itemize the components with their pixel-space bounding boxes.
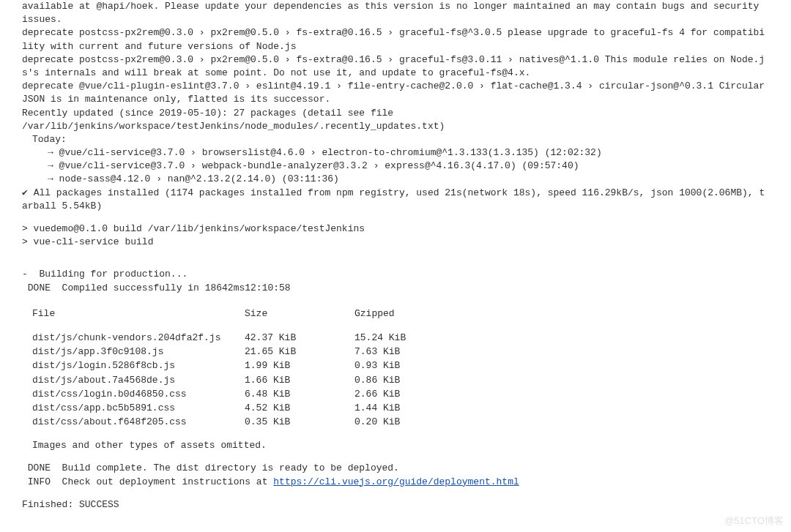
npm-script-line: > vue-cli-service build	[22, 236, 769, 249]
file-cell: dist/css/login.b0d46850.css	[32, 388, 245, 402]
gzip-cell: 0.86 KiB	[354, 374, 413, 388]
blank-line	[22, 249, 769, 258]
building-line: - Building for production...	[22, 268, 769, 281]
col-file-header: File	[32, 307, 245, 321]
today-label: Today:	[22, 133, 769, 146]
deprecate-line: available at @hapi/hoek. Please update y…	[22, 0, 769, 26]
size-cell: 4.52 KiB	[245, 402, 354, 416]
table-row: dist/js/login.5286f8cb.js 1.99 KiB 0.93 …	[32, 359, 413, 373]
size-cell: 1.66 KiB	[245, 374, 354, 388]
deprecate-line: deprecate @vue/cli-plugin-eslint@3.7.0 ›…	[22, 80, 769, 106]
info-deploy-prefix: INFO Check out deployment instructions a…	[22, 476, 273, 487]
info-deploy-line: INFO Check out deployment instructions a…	[22, 476, 769, 489]
table-row: dist/js/about.7a4568de.js 1.66 KiB 0.86 …	[32, 374, 413, 388]
blank-line	[22, 489, 769, 498]
build-files-table: File Size Gzipped dist/js/chunk-vendors.…	[32, 307, 413, 430]
updated-package-line: → @vue/cli-service@3.7.0 › webpack-bundl…	[22, 160, 769, 173]
gzip-cell: 0.93 KiB	[354, 359, 413, 373]
done-compiled-line: DONE Compiled successfully in 18642ms12:…	[22, 282, 769, 295]
updated-package-line: → node-sass@4.12.0 › nan@^2.13.2(2.14.0)…	[22, 173, 769, 186]
file-cell: dist/js/login.5286f8cb.js	[32, 359, 245, 373]
deprecate-line: deprecate postcss-px2rem@0.3.0 › px2rem@…	[22, 53, 769, 80]
blank-line	[22, 295, 769, 304]
gzip-cell: 0.20 KiB	[354, 416, 413, 430]
size-cell: 1.99 KiB	[245, 359, 354, 373]
size-cell: 6.48 KiB	[245, 388, 354, 402]
recently-updated-path: /var/lib/jenkins/workspace/testJenkins/n…	[22, 120, 769, 133]
file-cell: dist/js/app.3f0c9108.js	[32, 345, 245, 359]
file-cell: dist/css/app.bc5b5891.css	[32, 402, 245, 416]
blank-line	[22, 452, 769, 462]
blank-line	[22, 258, 769, 268]
table-row: dist/css/about.f648f205.css 0.35 KiB 0.2…	[32, 416, 413, 430]
size-cell: 42.37 KiB	[245, 331, 354, 345]
file-cell: dist/js/about.7a4568de.js	[32, 374, 245, 388]
blank-line	[22, 213, 769, 222]
size-cell: 0.35 KiB	[245, 416, 354, 430]
table-row: dist/css/app.bc5b5891.css 4.52 KiB 1.44 …	[32, 402, 413, 416]
npm-script-line: > vuedemo@0.1.0 build /var/lib/jenkins/w…	[22, 222, 769, 236]
blank-line	[22, 430, 769, 439]
updated-package-line: → @vue/cli-service@3.7.0 › browserslist@…	[22, 146, 769, 160]
col-gzip-header: Gzipped	[354, 307, 413, 321]
table-row: dist/css/login.b0d46850.css 6.48 KiB 2.6…	[32, 388, 413, 402]
gzip-cell: 7.63 KiB	[354, 345, 413, 359]
file-cell: dist/js/chunk-vendors.204dfa2f.js	[32, 331, 245, 345]
recently-updated-line: Recently updated (since 2019-05-10): 27 …	[22, 107, 769, 120]
all-packages-installed: ✔ All packages installed (1174 packages …	[22, 187, 769, 213]
gzip-cell: 1.44 KiB	[354, 402, 413, 416]
file-cell: dist/css/about.f648f205.css	[32, 416, 245, 430]
deprecate-line: deprecate postcss-px2rem@0.3.0 › px2rem@…	[22, 26, 769, 53]
finished-line: Finished: SUCCESS	[22, 498, 769, 512]
col-size-header: Size	[245, 307, 354, 321]
done-build-line: DONE Build complete. The dist directory …	[22, 462, 769, 475]
blank-line	[32, 321, 413, 331]
table-row: dist/js/app.3f0c9108.js 21.65 KiB 7.63 K…	[32, 345, 413, 359]
gzip-cell: 2.66 KiB	[354, 388, 413, 402]
size-cell: 21.65 KiB	[245, 345, 354, 359]
table-row: dist/js/chunk-vendors.204dfa2f.js 42.37 …	[32, 331, 413, 345]
gzip-cell: 15.24 KiB	[354, 331, 413, 345]
table-header-row: File Size Gzipped	[32, 307, 413, 321]
watermark: @51CTO博客	[724, 514, 784, 526]
assets-omitted-line: Images and other types of assets omitted…	[22, 439, 769, 452]
deployment-link[interactable]: https://cli.vuejs.org/guide/deployment.h…	[273, 476, 519, 487]
